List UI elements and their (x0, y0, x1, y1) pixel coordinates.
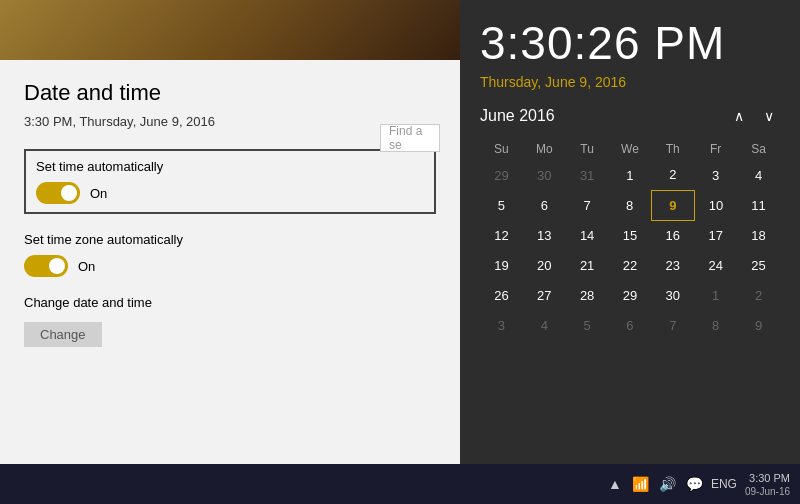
calendar-day[interactable]: 29 (480, 160, 523, 190)
calendar-day[interactable]: 8 (609, 190, 652, 220)
calendar-day[interactable]: 27 (523, 280, 566, 310)
calendar-day[interactable]: 17 (694, 220, 737, 250)
set-timezone-auto-value: On (78, 259, 95, 274)
calendar-prev-button[interactable]: ∧ (728, 106, 750, 126)
calendar: June 2016 ∧ ∨ Su Mo Tu We Th Fr Sa 29303… (480, 106, 780, 340)
calendar-day[interactable]: 11 (737, 190, 780, 220)
calendar-day[interactable]: 26 (480, 280, 523, 310)
change-button[interactable]: Change (24, 322, 102, 347)
calendar-day[interactable]: 25 (737, 250, 780, 280)
calendar-day[interactable]: 16 (651, 220, 694, 250)
calendar-day[interactable]: 3 (694, 160, 737, 190)
day-header-we: We (609, 138, 652, 160)
calendar-day[interactable]: 20 (523, 250, 566, 280)
calendar-week-row: 12131415161718 (480, 220, 780, 250)
calendar-day[interactable]: 1 (694, 280, 737, 310)
calendar-week-row: 262728293012 (480, 280, 780, 310)
calendar-day[interactable]: 4 (523, 310, 566, 340)
calendar-day[interactable]: 2 (651, 160, 694, 190)
calendar-day[interactable]: 6 (609, 310, 652, 340)
calendar-day[interactable]: 18 (737, 220, 780, 250)
taskbar: ▲ 📶 🔊 💬 ENG 3:30 PM 09-Jun-16 (0, 464, 800, 504)
clock-panel: 3:30:26 PM Thursday, June 9, 2016 June 2… (460, 0, 800, 464)
calendar-day[interactable]: 14 (566, 220, 609, 250)
set-time-auto-label: Set time automatically (36, 159, 424, 174)
clock-date: Thursday, June 9, 2016 (480, 74, 780, 90)
calendar-day[interactable]: 6 (523, 190, 566, 220)
set-timezone-auto-label: Set time zone automatically (24, 232, 436, 247)
calendar-day[interactable]: 28 (566, 280, 609, 310)
day-header-sa: Sa (737, 138, 780, 160)
set-timezone-auto-section: Set time zone automatically On (24, 232, 436, 277)
day-header-fr: Fr (694, 138, 737, 160)
calendar-day[interactable]: 8 (694, 310, 737, 340)
calendar-day[interactable]: 5 (566, 310, 609, 340)
set-time-auto-value: On (90, 186, 107, 201)
calendar-day[interactable]: 5 (480, 190, 523, 220)
settings-title: Date and time (24, 80, 436, 106)
calendar-day[interactable]: 9 (651, 190, 694, 220)
set-time-auto-toggle-row: On (36, 182, 424, 204)
calendar-day[interactable]: 23 (651, 250, 694, 280)
taskbar-wifi-icon[interactable]: 📶 (632, 476, 649, 492)
calendar-day[interactable]: 9 (737, 310, 780, 340)
current-datetime: 3:30 PM, Thursday, June 9, 2016 (24, 114, 436, 129)
taskbar-clock[interactable]: 3:30 PM 09-Jun-16 (745, 471, 790, 497)
calendar-day[interactable]: 4 (737, 160, 780, 190)
calendar-month-year: June 2016 (480, 107, 555, 125)
taskbar-volume-icon[interactable]: 🔊 (659, 476, 676, 492)
taskbar-up-icon[interactable]: ▲ (608, 476, 622, 492)
set-time-auto-toggle[interactable] (36, 182, 80, 204)
taskbar-time: 3:30 PM (745, 471, 790, 486)
day-header-mo: Mo (523, 138, 566, 160)
calendar-day[interactable]: 12 (480, 220, 523, 250)
calendar-day[interactable]: 15 (609, 220, 652, 250)
calendar-week-row: 19202122232425 (480, 250, 780, 280)
calendar-day[interactable]: 10 (694, 190, 737, 220)
calendar-grid: Su Mo Tu We Th Fr Sa 2930311234567891011… (480, 138, 780, 340)
calendar-day[interactable]: 2 (737, 280, 780, 310)
taskbar-lang: ENG (711, 477, 737, 491)
day-header-su: Su (480, 138, 523, 160)
calendar-day[interactable]: 22 (609, 250, 652, 280)
taskbar-date: 09-Jun-16 (745, 486, 790, 497)
calendar-day[interactable]: 1 (609, 160, 652, 190)
set-timezone-toggle-row: On (24, 255, 436, 277)
calendar-next-button[interactable]: ∨ (758, 106, 780, 126)
calendar-thead: Su Mo Tu We Th Fr Sa (480, 138, 780, 160)
calendar-day[interactable]: 7 (651, 310, 694, 340)
calendar-header-row: Su Mo Tu We Th Fr Sa (480, 138, 780, 160)
calendar-day[interactable]: 24 (694, 250, 737, 280)
calendar-week-row: 3456789 (480, 310, 780, 340)
calendar-day[interactable]: 31 (566, 160, 609, 190)
set-timezone-auto-toggle[interactable] (24, 255, 68, 277)
calendar-day[interactable]: 30 (651, 280, 694, 310)
search-box[interactable]: Find a se (380, 124, 440, 152)
calendar-header: June 2016 ∧ ∨ (480, 106, 780, 126)
calendar-day[interactable]: 7 (566, 190, 609, 220)
taskbar-chat-icon[interactable]: 💬 (686, 476, 703, 492)
calendar-day[interactable]: 19 (480, 250, 523, 280)
calendar-week-row: 2930311234 (480, 160, 780, 190)
search-placeholder: Find a se (389, 124, 431, 152)
taskbar-icons: ▲ 📶 🔊 💬 (608, 476, 703, 492)
calendar-day[interactable]: 29 (609, 280, 652, 310)
calendar-day[interactable]: 3 (480, 310, 523, 340)
calendar-nav: ∧ ∨ (728, 106, 780, 126)
settings-panel: Find a se Date and time 3:30 PM, Thursda… (0, 60, 460, 464)
set-time-auto-section: Set time automatically On (24, 149, 436, 214)
calendar-day[interactable]: 13 (523, 220, 566, 250)
calendar-body: 2930311234567891011121314151617181920212… (480, 160, 780, 340)
clock-time: 3:30:26 PM (480, 16, 780, 70)
calendar-week-row: 567891011 (480, 190, 780, 220)
search-area: Find a se (380, 120, 440, 156)
change-datetime-section: Change date and time Change (24, 295, 436, 347)
day-header-tu: Tu (566, 138, 609, 160)
calendar-day[interactable]: 21 (566, 250, 609, 280)
change-datetime-label: Change date and time (24, 295, 436, 310)
day-header-th: Th (651, 138, 694, 160)
calendar-day[interactable]: 30 (523, 160, 566, 190)
